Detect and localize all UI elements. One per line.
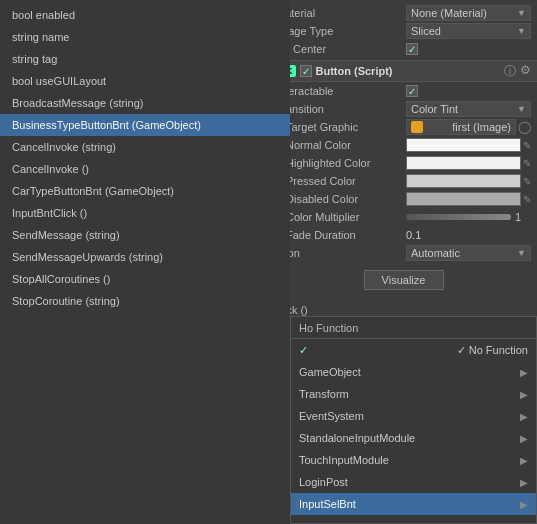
gear-icon[interactable]: ⚙	[520, 63, 531, 80]
context-menu-item[interactable]: LoginPost▶	[291, 471, 536, 493]
color-multiplier-value: 1	[515, 211, 531, 223]
context-menu-item[interactable]: Transform▶	[291, 383, 536, 405]
material-label: Material	[276, 7, 406, 19]
color-multiplier-slider[interactable]	[406, 214, 511, 220]
interactable-label: Interactable	[276, 85, 406, 97]
method-item[interactable]: bool useGUILayout	[0, 70, 290, 92]
context-menu-item[interactable]: StandaloneInputModule▶	[291, 427, 536, 449]
color-multiplier-field: 1	[406, 211, 531, 223]
method-list: bool enabledstring namestring tagbool us…	[0, 0, 290, 316]
disabled-color-field[interactable]: ✎	[406, 192, 531, 206]
highlighted-color-row: Highlighted Color ✎	[270, 154, 537, 172]
target-graphic-row: Target Graphic first (Image) ◯	[270, 118, 537, 136]
transition-arrow: ▼	[517, 104, 526, 114]
context-menu-item[interactable]: GameObject▶	[291, 361, 536, 383]
method-item[interactable]: CarTypeButtonBnt (GameObject)	[0, 180, 290, 202]
fade-duration-row: Fade Duration 0.1	[270, 226, 537, 244]
submenu-arrow-icon: ▶	[520, 389, 528, 400]
target-graphic-picker[interactable]: ◯	[518, 120, 531, 134]
pressed-color-field[interactable]: ✎	[406, 174, 531, 188]
color-multiplier-label: Color Multiplier	[276, 211, 406, 223]
context-menu-item[interactable]: EventSystem▶	[291, 405, 536, 427]
target-graphic-value[interactable]: first (Image)	[406, 119, 516, 135]
submenu-arrow-icon: ▶	[520, 433, 528, 444]
navigation-label: ation	[276, 247, 406, 259]
context-menu-item[interactable]: ✓ No Function	[291, 339, 536, 361]
image-type-value[interactable]: Sliced ▼	[406, 23, 531, 39]
visualize-row: Visualize	[270, 262, 537, 298]
navigation-value[interactable]: Automatic ▼	[406, 245, 531, 261]
disabled-color-row: Disabled Color ✎	[270, 190, 537, 208]
disabled-color-swatch[interactable]	[406, 192, 521, 206]
disabled-color-edit: ✎	[523, 194, 531, 205]
normal-color-swatch[interactable]	[406, 138, 521, 152]
script-header: OK ✓ Button (Script) ⓘ ⚙	[270, 60, 537, 82]
method-item[interactable]: CancelInvoke (string)	[0, 136, 290, 158]
pressed-color-edit: ✎	[523, 176, 531, 187]
method-item[interactable]: bool enabled	[0, 4, 290, 26]
submenu-arrow-icon: ▶	[520, 499, 528, 510]
pressed-color-swatch[interactable]	[406, 174, 521, 188]
method-item[interactable]: BroadcastMessage (string)	[0, 92, 290, 114]
interactable-row: Interactable ✓	[270, 82, 537, 100]
fade-duration-label: Fade Duration	[276, 229, 406, 241]
method-item[interactable]: BusinessTypeButtonBnt (GameObject)	[0, 114, 290, 136]
header-icons: ⓘ ⚙	[504, 63, 531, 80]
target-graphic-icon	[411, 121, 423, 133]
navigation-row: ation Automatic ▼	[270, 244, 537, 262]
material-row: Material None (Material) ▼	[270, 4, 537, 22]
visualize-button[interactable]: Visualize	[364, 270, 444, 290]
transition-label: Transition	[276, 103, 406, 115]
method-item[interactable]: StopCoroutine (string)	[0, 290, 290, 312]
info-icon[interactable]: ⓘ	[504, 63, 516, 80]
target-graphic-label: Target Graphic	[276, 121, 406, 133]
method-item[interactable]: string name	[0, 26, 290, 48]
fill-center-row: Fill Center ✓	[270, 40, 537, 58]
context-menu-item[interactable]: TouchInputModule▶	[291, 449, 536, 471]
context-menu-header: Ho Function	[291, 317, 536, 339]
image-type-row: Image Type Sliced ▼	[270, 22, 537, 40]
method-item[interactable]: CancelInvoke ()	[0, 158, 290, 180]
transition-value[interactable]: Color Tint ▼	[406, 101, 531, 117]
script-title: Button (Script)	[316, 65, 505, 77]
highlighted-color-swatch[interactable]	[406, 156, 521, 170]
image-type-label: Image Type	[276, 25, 406, 37]
material-dropdown-arrow: ▼	[517, 8, 526, 18]
highlighted-color-edit: ✎	[523, 158, 531, 169]
context-menu: Ho Function✓ No Function GameObject▶ Tra…	[290, 316, 537, 524]
inspector-panel: Material None (Material) ▼ Image Type Sl…	[270, 0, 537, 348]
pressed-color-row: Pressed Color ✎	[270, 172, 537, 190]
image-type-dropdown-arrow: ▼	[517, 26, 526, 36]
method-item[interactable]: StopAllCoroutines ()	[0, 268, 290, 290]
navigation-arrow: ▼	[517, 248, 526, 258]
normal-color-edit: ✎	[523, 140, 531, 151]
method-item[interactable]: SendMessage (string)	[0, 224, 290, 246]
fill-center-checkbox[interactable]: ✓	[406, 43, 418, 55]
pressed-color-label: Pressed Color	[276, 175, 406, 187]
normal-color-label: Normal Color	[276, 139, 406, 151]
material-value[interactable]: None (Material) ▼	[406, 5, 531, 21]
normal-color-row: Normal Color ✎	[270, 136, 537, 154]
method-list-panel: bool enabledstring namestring tagbool us…	[0, 0, 290, 524]
submenu-arrow-icon: ▶	[520, 411, 528, 422]
fade-duration-value: 0.1	[406, 229, 421, 241]
method-item[interactable]: SendMessageUpwards (string)	[0, 246, 290, 268]
script-enable-checkbox[interactable]: ✓	[300, 65, 312, 77]
interactable-checkbox[interactable]: ✓	[406, 85, 418, 97]
normal-color-field[interactable]: ✎	[406, 138, 531, 152]
color-multiplier-row: Color Multiplier 1	[270, 208, 537, 226]
method-item[interactable]: InputBntClick ()	[0, 202, 290, 224]
fill-center-label: Fill Center	[276, 43, 406, 55]
method-item[interactable]: string tag	[0, 48, 290, 70]
highlighted-color-field[interactable]: ✎	[406, 156, 531, 170]
submenu-arrow-icon: ▶	[520, 477, 528, 488]
submenu-arrow-icon: ▶	[520, 455, 528, 466]
highlighted-color-label: Highlighted Color	[276, 157, 406, 169]
disabled-color-label: Disabled Color	[276, 193, 406, 205]
submenu-arrow-icon: ▶	[520, 367, 528, 378]
context-menu-item[interactable]: InputSelBnt▶	[291, 493, 536, 515]
transition-row: Transition Color Tint ▼	[270, 100, 537, 118]
